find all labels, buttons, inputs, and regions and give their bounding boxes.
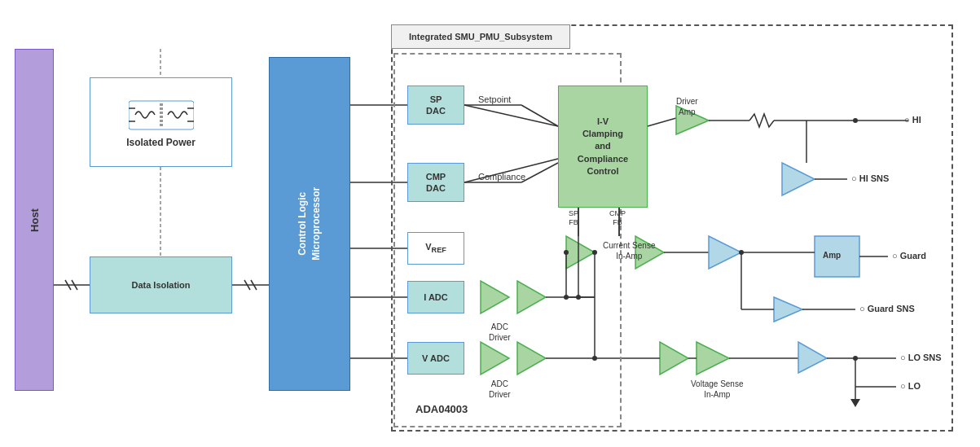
data-isolation-label: Data Isolation (131, 279, 190, 291)
voltage-sense-label: Voltage SenseIn-Amp (691, 379, 744, 400)
hi-sns-output: ○ HI SNS (851, 173, 889, 183)
svg-line-6 (244, 280, 250, 290)
hi-output: ○ HI (904, 115, 921, 125)
smu-title: Integrated SMU_PMU_Subsystem (409, 32, 552, 42)
i-adc-box: I ADC (407, 281, 464, 313)
svg-line-2 (72, 280, 77, 290)
adc-driver-i-label: ADCDriver (489, 322, 511, 343)
guard-sns-output: ○ Guard SNS (859, 304, 915, 313)
amp-label: Amp (823, 251, 841, 260)
host-label: Host (28, 208, 40, 232)
transformer-icon (129, 97, 194, 134)
control-logic-label: Control Logic Microprocessor (296, 187, 323, 261)
cmp-dac-box: CMP DAC (407, 163, 464, 202)
sp-dac-label: SP DAC (426, 94, 446, 117)
vref-label: VREF (425, 241, 446, 256)
control-logic-block: Control Logic Microprocessor (269, 57, 350, 391)
svg-line-1 (65, 280, 71, 290)
i-adc-label: I ADC (424, 291, 448, 303)
diagram: Host Isolated Power Data Isolation C (0, 0, 980, 447)
iv-clamp-box: I-VClampingandComplianceControl (558, 85, 648, 208)
host-block: Host (15, 49, 54, 391)
isolated-power-box: Isolated Power (90, 77, 232, 167)
lo-sns-output: ○ LO SNS (900, 353, 942, 362)
adc-driver-v-label: ADCDriver (489, 379, 511, 400)
lo-output: ○ LO (900, 381, 921, 391)
sp-dac-box: SP DAC (407, 85, 464, 125)
svg-line-7 (251, 280, 257, 290)
smu-title-box: Integrated SMU_PMU_Subsystem (391, 24, 570, 49)
data-isolation-box: Data Isolation (90, 256, 232, 313)
v-adc-label: V ADC (422, 353, 450, 364)
compliance-label: Compliance (478, 172, 525, 182)
ada-label: ADA04003 (415, 403, 468, 415)
sp-fb-label: SPFB (569, 209, 578, 227)
cmp-fb-label: CMPFB (609, 209, 626, 227)
v-adc-box: V ADC (407, 342, 464, 375)
iv-clamp-label: I-VClampingandComplianceControl (578, 116, 628, 178)
setpoint-label: Setpoint (478, 94, 511, 104)
vref-box: VREF (407, 232, 464, 265)
current-sense-label: Current SenseIn-Amp (603, 240, 655, 261)
isolated-power-label: Isolated Power (126, 137, 196, 148)
cmp-dac-label: CMP DAC (426, 171, 446, 195)
guard-output: ○ Guard (892, 251, 926, 261)
svg-rect-75 (129, 101, 194, 129)
driver-amp-label: DriverAmp (676, 96, 698, 117)
